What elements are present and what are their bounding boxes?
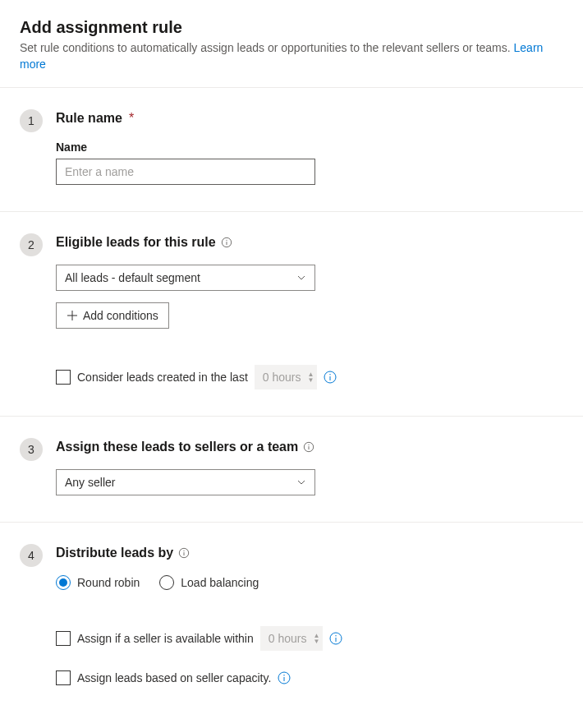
distribute-radio-group: Round robin Load balancing (56, 575, 563, 590)
consider-leads-checkbox[interactable] (56, 370, 71, 385)
info-icon[interactable] (278, 671, 291, 684)
rule-name-input[interactable] (56, 159, 315, 185)
capacity-label: Assign leads based on seller capacity. (77, 671, 271, 684)
add-conditions-button[interactable]: Add conditions (56, 302, 169, 329)
radio-button-selected (56, 575, 71, 590)
info-icon[interactable] (324, 371, 337, 384)
capacity-row: Assign leads based on seller capacity. (56, 670, 563, 685)
availability-checkbox[interactable] (56, 631, 71, 646)
section-eligible-leads: 2 Eligible leads for this rule All leads… (0, 212, 583, 416)
step-badge-3: 3 (20, 438, 43, 461)
svg-point-15 (336, 635, 337, 636)
radio-load-balancing[interactable]: Load balancing (159, 575, 259, 590)
availability-row: Assign if a seller is available within 0… (56, 626, 563, 651)
info-icon[interactable] (178, 547, 190, 559)
section-title-rule-name: Rule name* (56, 111, 563, 126)
svg-point-9 (309, 445, 310, 445)
section-title-assign-leads: Assign these leads to sellers or a team (56, 440, 563, 454)
page-subtitle: Set rule conditions to automatically ass… (20, 40, 563, 72)
consider-leads-label: Consider leads created in the last (77, 371, 248, 384)
svg-point-6 (330, 374, 331, 375)
radio-button (159, 575, 174, 590)
spinner-arrows[interactable]: ▲▼ (313, 633, 319, 644)
section-title-eligible-leads: Eligible leads for this rule (56, 235, 563, 250)
name-label: Name (56, 141, 563, 154)
svg-point-12 (184, 551, 185, 551)
segment-select[interactable]: All leads - default segment (56, 265, 315, 291)
plus-icon (67, 310, 78, 321)
page-title: Add assignment rule (20, 18, 563, 37)
chevron-down-icon (296, 273, 306, 283)
step-badge-2: 2 (20, 233, 43, 256)
section-rule-name: 1 Rule name* Name (0, 88, 583, 211)
chevron-down-icon (296, 477, 306, 487)
capacity-checkbox[interactable] (56, 670, 71, 685)
assign-select[interactable]: Any seller (56, 469, 315, 495)
required-asterisk: * (129, 111, 134, 126)
spinner-arrows[interactable]: ▲▼ (308, 371, 314, 383)
page-header: Add assignment rule Set rule conditions … (0, 0, 583, 87)
info-icon[interactable] (221, 237, 232, 248)
hours-spinner[interactable]: 0 hours ▲▼ (255, 365, 318, 389)
radio-round-robin[interactable]: Round robin (56, 575, 140, 590)
step-badge-4: 4 (20, 544, 43, 567)
section-title-distribute: Distribute leads by (56, 546, 563, 560)
step-badge-1: 1 (20, 109, 43, 132)
svg-point-1 (226, 240, 227, 241)
section-distribute: 4 Distribute leads by Round robin Load b… (0, 523, 583, 712)
info-icon[interactable] (329, 632, 342, 645)
info-icon[interactable] (303, 441, 314, 453)
availability-hours-spinner[interactable]: 0 hours ▲▼ (260, 626, 324, 651)
svg-point-18 (284, 675, 285, 675)
consider-leads-row: Consider leads created in the last 0 hou… (56, 365, 563, 389)
section-assign-leads: 3 Assign these leads to sellers or a tea… (0, 417, 583, 522)
availability-label: Assign if a seller is available within (77, 632, 254, 645)
